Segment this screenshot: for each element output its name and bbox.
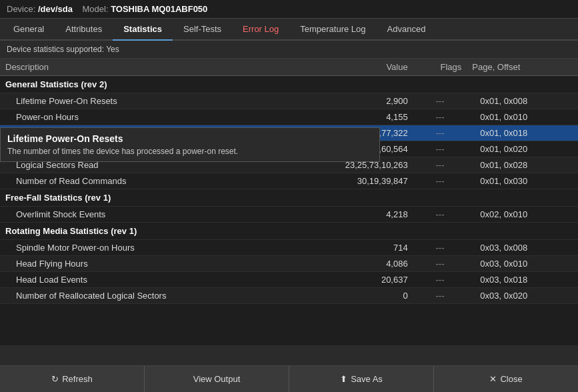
col-description: Description [0,59,289,76]
cell-description: Head Flying Hours [0,256,289,272]
cell-page-offset: 0x03, 0x018 [467,272,578,288]
table-row[interactable]: Number of Reallocated Logical Sectors0--… [0,288,578,304]
save-as-label: Save As [351,374,383,384]
table-row[interactable]: Overlimit Shock Events4,218---0x02, 0x01… [0,207,578,223]
table-row[interactable]: Rotating Media Statistics (rev 1) [0,223,578,240]
cell-page-offset: 0x01, 0x028 [467,157,578,173]
tab-temperature-log[interactable]: Temperature Log [289,19,376,41]
group-header-label: Free-Fall Statistics (rev 1) [0,189,578,207]
view-output-label: View Output [193,374,241,384]
statistics-table: Description Value Flags Page, Offset Gen… [0,59,578,304]
table-row[interactable]: Spindle Motor Power-on Hours714---0x03, … [0,240,578,256]
cell-page-offset: 0x03, 0x008 [467,240,578,256]
cell-flags: --- [413,240,467,256]
cell-page-offset: 0x01, 0x010 [467,109,578,125]
cell-value: 714 [289,240,413,256]
table-row[interactable]: Head Load Events20,637---0x03, 0x018 [0,272,578,288]
table-row[interactable]: Lifetime Power-On Resets2,900---0x01, 0x… [0,93,578,109]
tab-self-tests[interactable]: Self-Tests [173,19,232,41]
cell-page-offset: 0x01, 0x020 [467,141,578,157]
cell-flags: --- [413,173,467,189]
cell-page-offset: 0x03, 0x020 [467,288,578,304]
cell-value: 4,086 [289,256,413,272]
cell-flags: --- [413,109,467,125]
cell-page-offset: 0x01, 0x008 [467,93,578,109]
device-value: /dev/sda [38,4,73,14]
cell-flags: --- [413,256,467,272]
col-value: Value [289,59,413,76]
table-row[interactable]: Head Flying Hours4,086---0x03, 0x010 [0,256,578,272]
cell-flags: --- [413,288,467,304]
save-as-button[interactable]: ⬆ Save As [289,366,434,392]
tooltip-description: The number of times the device has proce… [7,147,373,156]
cell-description: Number of Read Commands [0,173,289,189]
refresh-icon: ↻ [51,374,59,384]
cell-page-offset: 0x02, 0x010 [467,207,578,223]
close-button[interactable]: ✕ Close [434,366,578,392]
device-label: Device: [7,4,35,14]
cell-flags: --- [413,272,467,288]
model-label: Model: [82,4,108,14]
view-output-button[interactable]: View Output [145,366,289,392]
cell-flags: --- [413,157,467,173]
cell-value: 4,218 [289,207,413,223]
tab-attributes[interactable]: Attributes [55,19,113,41]
cell-flags: --- [413,93,467,109]
tab-general[interactable]: General [3,19,55,41]
header-bar: Device: /dev/sda Model: TOSHIBA MQ01ABF0… [0,0,578,19]
model-value: TOSHIBA MQ01ABF050 [111,4,207,14]
tooltip-title: Lifetime Power-On Resets [7,133,373,144]
tab-error-log[interactable]: Error Log [232,19,289,41]
col-flags: Flags [413,59,467,76]
close-icon: ✕ [489,374,497,384]
table-row[interactable]: Power-on Hours4,155---0x01, 0x010 [0,109,578,125]
cell-page-offset: 0x01, 0x030 [467,173,578,189]
group-header-label: General Statistics (rev 2) [0,76,578,93]
tooltip-overlay: Lifetime Power-On Resets The number of t… [0,127,380,162]
tab-advanced[interactable]: Advanced [377,19,437,41]
cell-page-offset: 0x01, 0x018 [467,125,578,141]
close-label: Close [500,374,522,384]
cell-value: 2,900 [289,93,413,109]
tab-bar: General Attributes Statistics Self-Tests… [0,19,578,41]
col-page-offset: Page, Offset [467,59,578,76]
refresh-label: Refresh [62,374,93,384]
cell-description: Spindle Motor Power-on Hours [0,240,289,256]
cell-value: 4,155 [289,109,413,125]
table-row[interactable]: Number of Read Commands30,19,39,847---0x… [0,173,578,189]
cell-flags: --- [413,125,467,141]
save-as-icon: ⬆ [340,374,347,384]
cell-value: 30,19,39,847 [289,173,413,189]
table-row[interactable]: General Statistics (rev 2) [0,76,578,93]
cell-description: Lifetime Power-On Resets [0,93,289,109]
footer: ↻ Refresh View Output ⬆ Save As ✕ Close [0,365,578,392]
cell-value: 20,637 [289,272,413,288]
cell-page-offset: 0x03, 0x010 [467,256,578,272]
cell-flags: --- [413,141,467,157]
refresh-button[interactable]: ↻ Refresh [0,366,145,392]
group-header-label: Rotating Media Statistics (rev 1) [0,223,578,240]
status-text: Device statistics supported: Yes [7,45,119,54]
cell-flags: --- [413,207,467,223]
table-container: Description Value Flags Page, Offset Gen… [0,59,578,345]
cell-description: Head Load Events [0,272,289,288]
cell-description: Number of Reallocated Logical Sectors [0,288,289,304]
tab-statistics[interactable]: Statistics [113,19,173,41]
cell-value: 0 [289,288,413,304]
status-line: Device statistics supported: Yes [0,41,578,59]
cell-description: Power-on Hours [0,109,289,125]
table-row[interactable]: Free-Fall Statistics (rev 1) [0,189,578,207]
cell-description: Overlimit Shock Events [0,207,289,223]
table-header-row: Description Value Flags Page, Offset [0,59,578,76]
